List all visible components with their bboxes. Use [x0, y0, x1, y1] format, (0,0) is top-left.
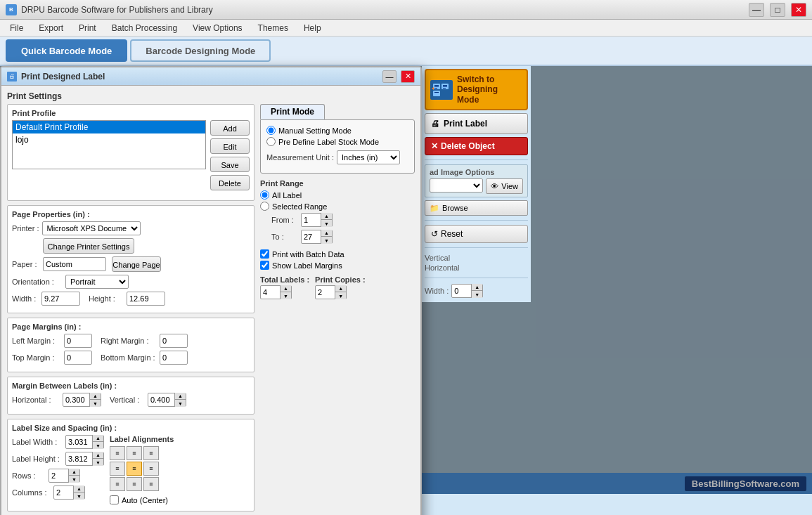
measurement-select[interactable]: Inches (in) [337, 150, 400, 164]
delete-object-button[interactable]: ✕ Delete Object [425, 137, 528, 155]
panel-width-down[interactable]: ▼ [471, 291, 482, 298]
close-app-button[interactable]: ✕ [791, 3, 806, 17]
columns-down[interactable]: ▼ [73, 493, 84, 500]
label-size-label: Label Size and Spacing (in) : [12, 424, 250, 432]
printer-label: Printer : [12, 224, 39, 233]
change-printer-button[interactable]: Change Printer Settings [43, 238, 134, 254]
align-middle-center[interactable]: ≡ [127, 462, 142, 476]
vertical-down-button[interactable]: ▼ [174, 400, 186, 407]
label-height-down[interactable]: ▼ [92, 459, 103, 466]
align-top-left[interactable]: ≡ [110, 446, 125, 460]
right-panel: Switch to Designing Mode 🖨 Print Label ✕… [422, 66, 531, 302]
switch-designing-mode-button[interactable]: Switch to Designing Mode [425, 69, 528, 110]
svg-rect-237 [443, 88, 446, 89]
delete-icon: ✕ [431, 141, 438, 151]
align-bottom-left[interactable]: ≡ [110, 477, 125, 491]
bottom-margin-input[interactable] [160, 351, 188, 365]
total-down[interactable]: ▼ [280, 292, 291, 299]
from-up[interactable]: ▲ [321, 213, 332, 220]
save-profile-button[interactable]: Save [210, 157, 250, 172]
top-margin-input[interactable] [64, 351, 92, 365]
print-label-button[interactable]: 🖨 Print Label [425, 113, 528, 134]
rows-down[interactable]: ▼ [68, 476, 79, 483]
label-width-up[interactable]: ▲ [92, 435, 103, 442]
width-label: Width : [12, 294, 39, 303]
total-up[interactable]: ▲ [280, 285, 291, 292]
align-top-right[interactable]: ≡ [143, 446, 159, 460]
copies-down[interactable]: ▼ [335, 292, 346, 299]
columns-up[interactable]: ▲ [73, 485, 84, 493]
left-margin-input[interactable] [64, 334, 92, 348]
width-input[interactable] [41, 292, 80, 306]
panel-width-label: Width : [425, 287, 449, 295]
menu-help[interactable]: Help [297, 22, 328, 34]
rows-up[interactable]: ▲ [68, 469, 79, 476]
align-bottom-right[interactable]: ≡ [143, 477, 159, 491]
maximize-button[interactable]: □ [770, 3, 785, 17]
change-page-button[interactable]: Change Page [112, 256, 161, 272]
profile-item-lojo[interactable]: lojo [13, 133, 205, 146]
align-bottom-center[interactable]: ≡ [127, 477, 142, 491]
dialog-close-button[interactable]: ✕ [401, 70, 415, 83]
printer-select[interactable]: Microsoft XPS Document Writer [42, 221, 141, 235]
label-height-up[interactable]: ▲ [92, 452, 103, 459]
print-range-label: Print Range [260, 179, 415, 188]
print-mode-tab[interactable]: Print Mode [260, 104, 325, 119]
paper-input[interactable] [43, 257, 106, 271]
switch-btn-text: Switch to Designing Mode [457, 74, 498, 105]
copies-up[interactable]: ▲ [335, 285, 346, 292]
from-down[interactable]: ▼ [321, 220, 332, 227]
profile-list[interactable]: Default Print Profile lojo [12, 120, 206, 169]
menu-export[interactable]: Export [32, 22, 70, 34]
menu-file[interactable]: File [3, 22, 30, 34]
panel-width-up[interactable]: ▲ [471, 284, 482, 291]
app-icon: B [6, 4, 17, 15]
quick-barcode-mode-button[interactable]: Quick Barcode Mode [6, 39, 127, 62]
dialog-icon: 🖨 [7, 72, 17, 82]
horizontal-up-button[interactable]: ▲ [89, 393, 101, 400]
right-margin-input[interactable] [160, 334, 188, 348]
menu-batch[interactable]: Batch Processing [105, 22, 184, 34]
align-middle-right[interactable]: ≡ [143, 462, 159, 476]
edit-profile-button[interactable]: Edit [210, 138, 250, 154]
menu-themes[interactable]: Themes [251, 22, 295, 34]
auto-center-checkbox[interactable] [110, 495, 119, 504]
dialog-title: Print Designed Label [21, 72, 378, 82]
horizontal-down-button[interactable]: ▼ [89, 400, 101, 407]
label-width-label: Label Width : [12, 438, 63, 446]
browse-button[interactable]: 📁 Browse [425, 200, 528, 216]
menu-view-options[interactable]: View Options [186, 22, 249, 34]
dialog-minimize-button[interactable]: — [382, 70, 397, 83]
svg-rect-235 [443, 85, 447, 86]
page-properties-label: Page Properties (in) : [12, 210, 250, 219]
selected-range-radio[interactable] [260, 202, 269, 211]
image-options-select[interactable] [430, 178, 483, 193]
label-width-down[interactable]: ▼ [92, 442, 103, 449]
to-down[interactable]: ▼ [321, 237, 332, 244]
add-profile-button[interactable]: Add [210, 120, 250, 136]
predefine-mode-radio[interactable] [266, 137, 276, 146]
print-batch-checkbox[interactable] [260, 249, 269, 259]
delete-profile-button[interactable]: Delete [210, 175, 250, 190]
minimize-button[interactable]: — [749, 3, 764, 17]
show-margins-label: Show Label Margins [272, 261, 342, 270]
load-image-options-label: ad Image Options [430, 168, 523, 176]
height-input[interactable] [127, 292, 165, 306]
all-label-radio[interactable] [260, 190, 269, 200]
to-up[interactable]: ▲ [321, 230, 332, 237]
align-top-center[interactable]: ≡ [127, 446, 142, 460]
vertical-up-button[interactable]: ▲ [174, 393, 186, 400]
orientation-select[interactable]: Portrait [65, 275, 129, 289]
manual-mode-radio[interactable] [266, 126, 276, 135]
show-margins-checkbox[interactable] [260, 261, 269, 270]
vertical-prop-label: Vertical [425, 254, 528, 262]
measurement-label: Measurement Unit : [266, 153, 334, 162]
align-middle-left[interactable]: ≡ [110, 462, 125, 476]
barcode-designing-mode-button[interactable]: Barcode Designing Mode [130, 39, 271, 62]
to-label: To : [271, 233, 298, 241]
menubar: File Export Print Batch Processing View … [0, 20, 812, 37]
view-button[interactable]: 👁 View [486, 178, 523, 194]
profile-item-default[interactable]: Default Print Profile [13, 121, 205, 133]
menu-print[interactable]: Print [72, 22, 103, 34]
reset-button[interactable]: ↺ Reset [425, 225, 528, 243]
